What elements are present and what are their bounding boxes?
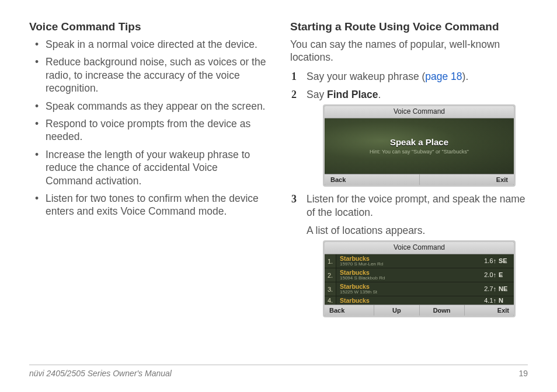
result-distance: 2.0↑E	[472, 271, 514, 279]
result-number: 2.	[325, 268, 336, 282]
device-screenshot-speak-place: Voice Command Speak a Place Hint: You ca…	[323, 104, 516, 187]
step-1: Say your wakeup phrase (page 18).	[290, 70, 528, 83]
device-exit-button: Exit	[420, 174, 514, 185]
route-heading: Starting a Route Using Voice Command	[290, 20, 528, 33]
result-number: 3.	[325, 282, 336, 296]
tip-item: Increase the length of your wakeup phras…	[29, 148, 267, 187]
device-up-button: Up	[374, 305, 419, 316]
result-address: 15970 S Mur-Len Rd	[340, 262, 472, 267]
page-footer: nüvi 2405/2505 Series Owner's Manual 19	[29, 365, 528, 378]
route-intro: You can say the names of popular, well-k…	[290, 38, 528, 64]
device-down-button: Down	[420, 305, 465, 316]
device-result-list: 1. Starbucks15970 S Mur-Len Rd 1.6↑SE 2.…	[325, 254, 514, 304]
result-row: 4. Starbucks16571 W 119th St 4.1↑N	[325, 296, 514, 304]
result-row: 1. Starbucks15970 S Mur-Len Rd 1.6↑SE	[325, 254, 514, 268]
result-distance: 2.7↑NE	[472, 285, 514, 293]
result-distance: 4.1↑N	[472, 296, 514, 304]
right-column: Starting a Route Using Voice Command You…	[290, 20, 528, 323]
result-address: 15094 S Blackbob Rd	[340, 276, 472, 281]
page-number: 19	[518, 369, 528, 378]
result-number: 4.	[325, 296, 336, 304]
device-title: Voice Command	[325, 242, 514, 254]
step2-text-b: .	[378, 89, 381, 100]
step2-text-a: Say	[307, 89, 327, 100]
tips-heading: Voice Command Tips	[29, 20, 267, 33]
left-column: Voice Command Tips Speak in a normal voi…	[29, 20, 267, 323]
device-back-button: Back	[325, 305, 374, 316]
device-hint: Hint: You can say "Subway" or "Starbucks…	[370, 149, 469, 156]
tips-list: Speak in a normal voice directed at the …	[29, 38, 267, 218]
device-prompt: Speak a Place	[390, 136, 448, 148]
device-title: Voice Command	[325, 106, 514, 118]
tip-item: Speak in a normal voice directed at the …	[29, 38, 267, 51]
step1-text-b: ).	[462, 71, 469, 82]
result-name: Starbucks	[340, 298, 472, 304]
tip-item: Reduce background noise, such as voices …	[29, 55, 267, 94]
device-back-button: Back	[325, 174, 420, 185]
page-link[interactable]: page 18	[425, 71, 462, 82]
device-screenshot-results: Voice Command 1. Starbucks15970 S Mur-Le…	[323, 240, 516, 317]
step2-bold: Find Place	[327, 89, 378, 100]
steps-list: Say your wakeup phrase (page 18). Say Fi…	[290, 70, 528, 318]
device-exit-button: Exit	[465, 305, 514, 316]
tip-item: Respond to voice prompts from the device…	[29, 117, 267, 144]
tip-item: Speak commands as they appear on the scr…	[29, 100, 267, 113]
result-distance: 1.6↑SE	[472, 257, 514, 265]
result-address: 15225 W 135th St	[340, 290, 472, 295]
step3-text: Listen for the voice prompt, and speak t…	[307, 193, 525, 218]
result-row: 3. Starbucks15225 W 135th St 2.7↑NE	[325, 282, 514, 296]
step-3: Listen for the voice prompt, and speak t…	[290, 192, 528, 317]
step1-text-a: Say your wakeup phrase (	[307, 71, 425, 82]
result-row: 2. Starbucks15094 S Blackbob Rd 2.0↑E	[325, 268, 514, 282]
step3-sub: A list of locations appears.	[307, 224, 528, 237]
step-2: Say Find Place. Voice Command Speak a Pl…	[290, 88, 528, 187]
tip-item: Listen for two tones to confirm when the…	[29, 192, 267, 218]
footer-title: nüvi 2405/2505 Series Owner's Manual	[29, 369, 172, 378]
result-number: 1.	[325, 254, 336, 268]
